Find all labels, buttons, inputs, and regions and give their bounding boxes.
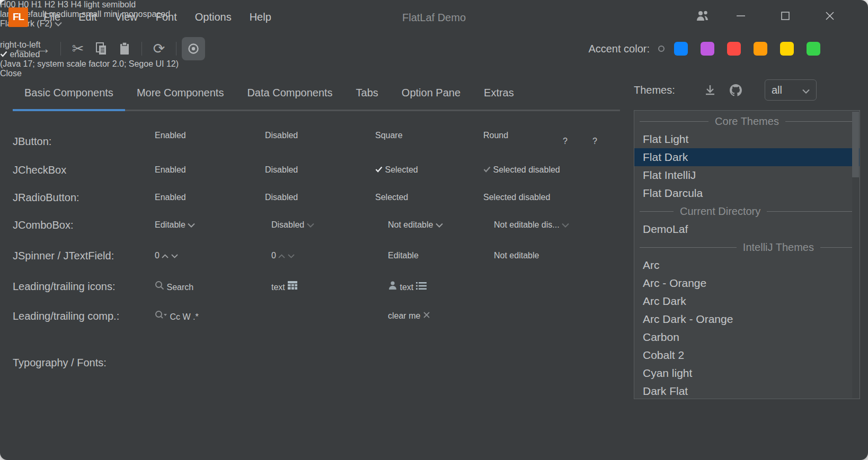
- download-icon[interactable]: [699, 79, 721, 101]
- tab-extras[interactable]: Extras: [472, 74, 526, 111]
- disabled-button: Disabled: [265, 131, 339, 152]
- show-hidden-toggle[interactable]: [182, 37, 205, 60]
- search-dropdown-icon[interactable]: [155, 312, 167, 321]
- menu-options[interactable]: Options: [186, 7, 241, 28]
- accent-swatch[interactable]: [727, 42, 741, 56]
- leading-trailing-comp-row: Leading/trailing comp.: Cc W .* clear me: [0, 305, 868, 327]
- themes-filter-value: all: [772, 84, 782, 96]
- spinner-disabled: 0: [271, 251, 375, 260]
- help-button[interactable]: ?: [563, 137, 568, 146]
- combobox-not-editable-disabled: Not editable dis...: [494, 220, 619, 230]
- combobox-not-editable[interactable]: Not editable: [388, 220, 481, 230]
- accent-swatch[interactable]: [701, 42, 714, 56]
- tab-basic-components[interactable]: Basic Components: [13, 74, 125, 111]
- radio-enabled[interactable]: Enabled: [155, 193, 186, 202]
- jcombobox-row: JComboBox: Editable Disabled Not editabl…: [0, 214, 868, 236]
- combobox-disabled: Disabled: [271, 220, 375, 230]
- github-icon[interactable]: [725, 79, 746, 101]
- search-input[interactable]: Search: [155, 281, 259, 292]
- jbutton-label: JButton:: [13, 136, 51, 148]
- tab-tabs[interactable]: Tabs: [344, 74, 390, 111]
- match-case-button[interactable]: Cc: [170, 312, 180, 321]
- window-controls: [687, 0, 868, 32]
- chevron-down-icon: [307, 220, 314, 229]
- enabled-button[interactable]: Enabled: [155, 131, 227, 152]
- list-icon[interactable]: [416, 283, 427, 292]
- tab-option-pane[interactable]: Option Pane: [390, 74, 472, 111]
- search-with-options-input[interactable]: Cc W .*: [155, 310, 375, 322]
- text-input-with-table-icon[interactable]: text: [271, 281, 375, 292]
- tabs: Basic Components More Components Data Co…: [13, 74, 526, 111]
- titlebar: FL File Edit View Font Options Help Flat…: [0, 0, 868, 32]
- toolbar: ← → ✂ ⟳ Accent color:: [0, 33, 868, 65]
- menu-view[interactable]: View: [106, 7, 147, 28]
- accent-swatch[interactable]: [754, 42, 767, 56]
- copy-icon[interactable]: [90, 37, 113, 60]
- checkbox-checked-icon: [375, 165, 383, 174]
- accent-swatch[interactable]: [807, 42, 820, 56]
- clearable-text-input[interactable]: clear me: [388, 311, 481, 321]
- themes-filter-combobox[interactable]: all: [765, 79, 817, 101]
- user-icon: [388, 283, 397, 292]
- maximize-button[interactable]: [763, 0, 808, 32]
- app-logo-icon: FL: [8, 7, 28, 27]
- radio-selected-disabled: Selected disabled: [483, 193, 550, 202]
- table-icon[interactable]: [287, 283, 298, 292]
- menu-font[interactable]: Font: [147, 7, 186, 28]
- toolbar-separator: [141, 42, 142, 56]
- menu-help[interactable]: Help: [241, 7, 280, 28]
- spinner-arrows-icon[interactable]: [162, 251, 178, 260]
- regex-button[interactable]: .*: [193, 312, 199, 321]
- jradiobutton-label: JRadioButton:: [13, 192, 79, 204]
- refresh-icon[interactable]: ⟳: [147, 37, 171, 60]
- leading-trailing-icons-row: Leading/trailing icons: Search text text: [0, 276, 868, 297]
- checkbox-disabled: Disabled: [265, 165, 298, 175]
- accent-swatch[interactable]: [780, 42, 794, 56]
- jcheckbox-label: JCheckBox: [13, 164, 66, 176]
- chevron-down-icon[interactable]: [188, 220, 195, 229]
- jspinner-row: JSpinner / JTextField: 0 0 Editable Not …: [0, 245, 868, 266]
- menu-file[interactable]: File: [34, 7, 69, 28]
- themes-label: Themes:: [634, 84, 675, 96]
- tab-data-components[interactable]: Data Components: [235, 74, 344, 111]
- forward-icon[interactable]: →: [32, 37, 55, 60]
- close-window-button[interactable]: [808, 0, 852, 32]
- chevron-down-icon[interactable]: [436, 220, 443, 229]
- spinner-arrows-icon: [278, 251, 294, 260]
- window-title: FlatLaf Demo: [402, 12, 466, 24]
- menubar: File Edit View Font Options Help: [34, 7, 280, 28]
- minimize-button[interactable]: [719, 0, 763, 32]
- jcombobox-label: JComboBox:: [13, 219, 74, 231]
- accent-color-group: Accent color:: [588, 33, 820, 65]
- accent-swatch-selected-ring: [658, 46, 665, 52]
- typography-row: Typography / Fonts:: [0, 352, 868, 373]
- theme-item-dark-flat[interactable]: Dark Flat: [634, 382, 860, 399]
- typography-label: Typography / Fonts:: [13, 357, 107, 369]
- paste-icon[interactable]: [113, 37, 136, 60]
- leading-trailing-comp-label: Leading/trailing comp.:: [13, 310, 119, 322]
- textfield-editable[interactable]: Editable: [388, 251, 481, 260]
- toolbar-separator: [60, 42, 61, 56]
- accent-swatches: [661, 42, 820, 56]
- radio-selected[interactable]: Selected: [375, 193, 408, 202]
- users-icon[interactable]: [687, 0, 719, 32]
- menu-edit[interactable]: Edit: [69, 7, 105, 28]
- square-button[interactable]: Square: [375, 131, 445, 152]
- text-input-with-user-icon[interactable]: text: [388, 281, 481, 292]
- combobox-editable[interactable]: Editable: [155, 220, 259, 230]
- cut-icon[interactable]: ✂: [66, 37, 90, 60]
- textfield-not-editable: Not editable: [494, 251, 619, 260]
- theme-group-separator: Core Themes: [634, 112, 860, 130]
- jcheckbox-row: JCheckBox Enabled Disabled Selected Sele…: [0, 161, 868, 179]
- accent-swatch[interactable]: [674, 42, 688, 56]
- tab-more-components[interactable]: More Components: [125, 74, 236, 111]
- theme-item-carbon[interactable]: Carbon: [634, 328, 860, 346]
- clear-icon[interactable]: [423, 311, 430, 320]
- back-icon[interactable]: ←: [8, 37, 32, 60]
- checkbox-enabled[interactable]: Enabled: [155, 165, 186, 175]
- checkbox-selected[interactable]: Selected: [375, 165, 418, 175]
- round-button[interactable]: Round: [483, 131, 555, 152]
- spinner-enabled[interactable]: 0: [155, 251, 259, 260]
- chevron-down-icon: [802, 84, 810, 96]
- whole-word-button[interactable]: W: [182, 312, 190, 321]
